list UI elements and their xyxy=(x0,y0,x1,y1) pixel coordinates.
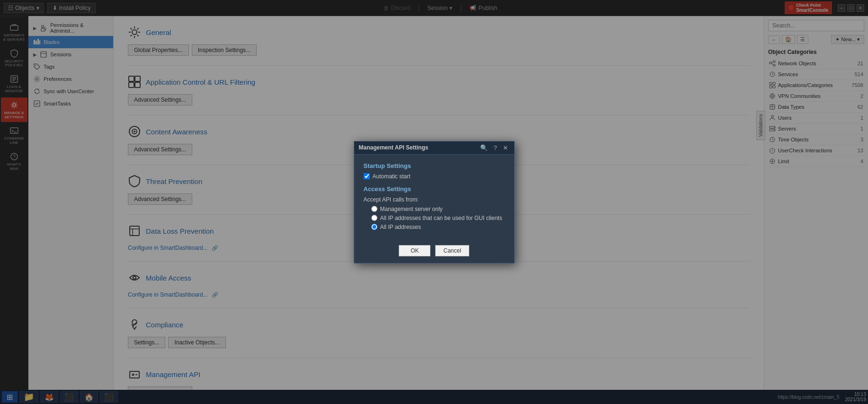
modal-search-button[interactable]: 🔍 xyxy=(479,144,489,151)
radio-all-gui[interactable] xyxy=(371,215,377,221)
accept-calls-label: Accept API calls from: xyxy=(364,196,505,203)
modal-management-api: Management API Settings 🔍 ? ✕ Startup Se… xyxy=(354,141,515,263)
radio-all-ip[interactable] xyxy=(371,224,377,230)
auto-start-row: Automatic start xyxy=(364,173,505,180)
modal-footer: OK Cancel xyxy=(354,240,514,263)
modal-close-button[interactable]: ✕ xyxy=(501,144,510,151)
access-section-title: Access Settings xyxy=(364,185,505,193)
radio-mgmt-only[interactable] xyxy=(371,206,377,212)
auto-start-checkbox[interactable] xyxy=(364,173,370,179)
startup-section-title: Startup Settings xyxy=(364,162,505,169)
radio-all-gui-row: All IP addresses that can be used for GU… xyxy=(371,215,505,221)
radio-mgmt-only-row: Management server only xyxy=(371,206,505,212)
modal-help-button[interactable]: ? xyxy=(492,144,498,151)
modal-titlebar: Management API Settings 🔍 ? ✕ xyxy=(354,141,514,155)
modal-overlay: Management API Settings 🔍 ? ✕ Startup Se… xyxy=(0,0,868,404)
modal-content: Startup Settings Automatic start Access … xyxy=(354,155,514,240)
radio-all-ip-row: All IP addresses xyxy=(371,224,505,230)
modal-ok-button[interactable]: OK xyxy=(399,245,430,256)
modal-cancel-button[interactable]: Cancel xyxy=(435,245,469,256)
